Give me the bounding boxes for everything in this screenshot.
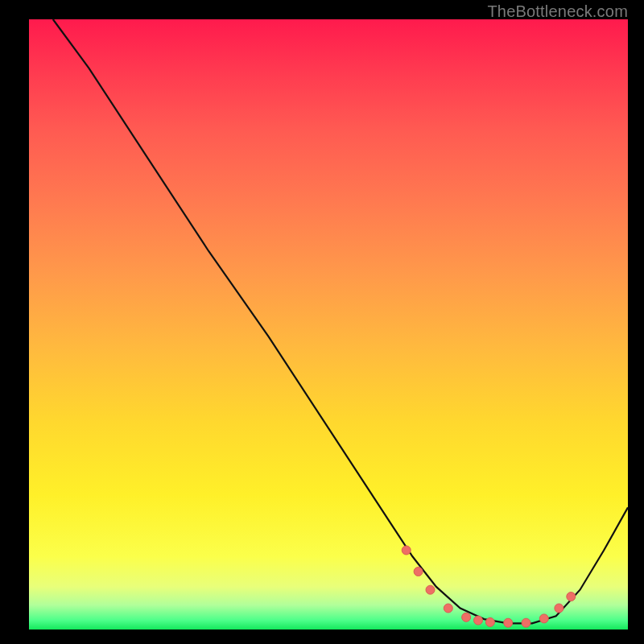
marker-dot: [485, 617, 494, 626]
marker-dot: [462, 613, 471, 621]
marker-dot: [402, 546, 411, 555]
watermark-text: TheBottleneck.com: [487, 2, 628, 21]
marker-dot: [474, 616, 483, 625]
chart-svg: [29, 19, 628, 630]
chart-frame: TheBottleneck.com: [0, 0, 644, 644]
bottleneck-curve: [53, 19, 628, 623]
marker-dot: [555, 604, 564, 613]
marker-dot: [426, 585, 435, 594]
optimal-range-dots: [402, 546, 576, 627]
chart-plot-area: [29, 19, 628, 630]
marker-dot: [504, 618, 513, 627]
marker-dot: [444, 604, 452, 613]
marker-dot: [414, 568, 423, 576]
marker-dot: [539, 614, 548, 623]
marker-dot: [567, 592, 576, 601]
marker-dot: [522, 618, 530, 627]
